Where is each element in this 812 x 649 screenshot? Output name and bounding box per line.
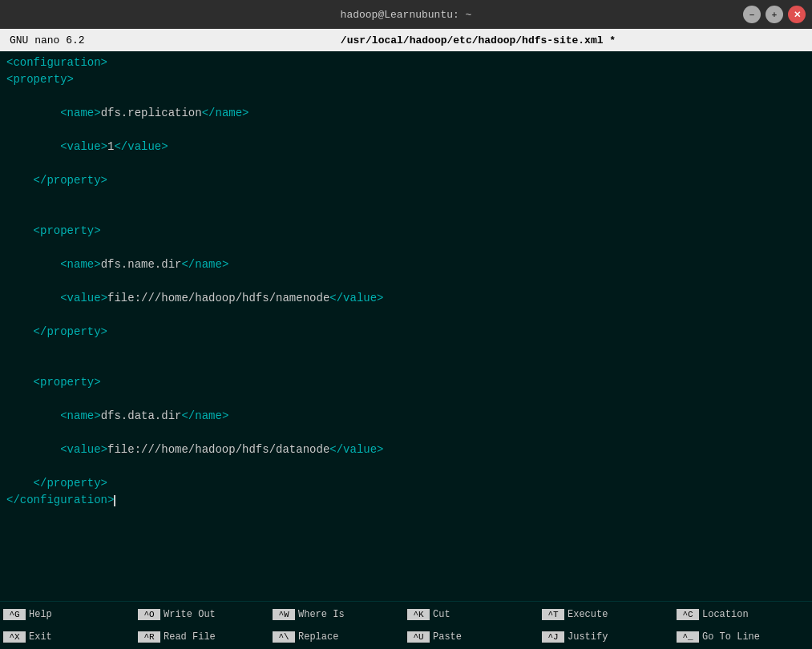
- line-10: [6, 206, 806, 223]
- shortcut-label-paste: Paste: [433, 631, 462, 643]
- nano-filename: /usr/local/hadoop/etc/hadoop/hdfs-site.x…: [154, 34, 802, 46]
- shortcut-label-justify: Justify: [568, 631, 608, 643]
- line-13: <name>dfs.name.dir</name>: [6, 256, 806, 273]
- line-26: </property>: [6, 475, 806, 492]
- editor-area[interactable]: <configuration> <property> <name>dfs.rep…: [0, 51, 812, 601]
- shortcut-execute[interactable]: ^T Execute: [539, 603, 673, 626]
- shortcut-label-replace: Replace: [298, 631, 338, 643]
- shortcut-key-paste: ^U: [407, 631, 430, 643]
- shortcut-label-execute: Execute: [568, 609, 608, 620]
- line-20: <property>: [6, 374, 806, 391]
- line-16: [6, 307, 806, 324]
- shortcuts-row-2: ^X Exit ^R Read File ^\ Replace ^U Paste…: [0, 626, 812, 648]
- shortcut-label-write-out: Write Out: [164, 609, 216, 620]
- minimize-button[interactable]: –: [743, 6, 761, 23]
- shortcut-key-cut: ^K: [407, 609, 430, 620]
- shortcut-goto-line[interactable]: ^_ Go To Line: [673, 626, 808, 648]
- line-25: [6, 458, 806, 475]
- line-7: [6, 155, 806, 172]
- line-11: <property>: [6, 223, 806, 240]
- nano-version: GNU nano 6.2: [10, 34, 154, 46]
- shortcut-key-write-out: ^O: [138, 609, 160, 620]
- shortcut-label-location: Location: [702, 609, 749, 620]
- line-4: <name>dfs.replication</name>: [6, 105, 806, 122]
- line-14: [6, 273, 806, 290]
- line-21: [6, 391, 806, 408]
- shortcut-key-read-file: ^R: [138, 631, 160, 643]
- shortcut-label-where-is: Where Is: [298, 609, 345, 620]
- shortcut-key-replace: ^\: [273, 631, 295, 643]
- line-24: <value>file:///home/hadoop/hdfs/datanode…: [6, 441, 806, 458]
- shortcut-cut[interactable]: ^K Cut: [404, 603, 539, 626]
- line-15: <value>file:///home/hadoop/hdfs/namenode…: [6, 290, 806, 307]
- shortcut-key-exit: ^X: [3, 631, 26, 643]
- shortcut-label-goto-line: Go To Line: [702, 631, 760, 643]
- shortcut-label-read-file: Read File: [164, 631, 216, 643]
- shortcut-key-justify: ^J: [542, 631, 564, 643]
- shortcut-replace[interactable]: ^\ Replace: [269, 626, 404, 648]
- maximize-button[interactable]: +: [766, 6, 783, 23]
- line-8: </property>: [6, 172, 806, 189]
- titlebar: hadoop@Learnubuntu: ~ – + ✕: [0, 0, 812, 29]
- shortcut-justify[interactable]: ^J Justify: [539, 626, 673, 648]
- line-22: <name>dfs.data.dir</name>: [6, 408, 806, 425]
- shortcut-label-help: Help: [29, 609, 52, 620]
- shortcut-read-file[interactable]: ^R Read File: [135, 626, 269, 648]
- shortcut-help[interactable]: ^G Help: [0, 603, 135, 626]
- shortcut-exit[interactable]: ^X Exit: [0, 626, 135, 648]
- line-2: <property>: [6, 71, 806, 88]
- shortcut-where-is[interactable]: ^W Where Is: [269, 603, 404, 626]
- shortcut-label-cut: Cut: [433, 609, 450, 620]
- shortcut-key-where-is: ^W: [273, 609, 295, 620]
- shortcut-key-help: ^G: [3, 609, 26, 620]
- nano-header: GNU nano 6.2 /usr/local/hadoop/etc/hadoo…: [0, 29, 812, 51]
- shortcut-key-goto-line: ^_: [677, 631, 699, 643]
- shortcut-label-exit: Exit: [29, 631, 52, 643]
- shortcut-key-execute: ^T: [542, 609, 564, 620]
- close-button[interactable]: ✕: [788, 6, 806, 23]
- shortcuts-bar: ^G Help ^O Write Out ^W Where Is ^K Cut …: [0, 601, 812, 649]
- line-19: [6, 357, 806, 374]
- shortcut-location[interactable]: ^C Location: [673, 603, 808, 626]
- line-9: [6, 189, 806, 206]
- titlebar-controls: – + ✕: [743, 6, 806, 23]
- line-18: [6, 341, 806, 357]
- shortcut-write-out[interactable]: ^O Write Out: [135, 603, 269, 626]
- shortcuts-row-1: ^G Help ^O Write Out ^W Where Is ^K Cut …: [0, 603, 812, 626]
- line-5: [6, 122, 806, 139]
- text-cursor: [114, 495, 115, 506]
- line-17: </property>: [6, 324, 806, 341]
- line-23: [6, 425, 806, 441]
- line-27: </configuration>: [6, 492, 806, 509]
- line-3: [6, 88, 806, 105]
- titlebar-title: hadoop@Learnubuntu: ~: [341, 9, 472, 21]
- shortcut-key-location: ^C: [677, 609, 699, 620]
- shortcut-paste[interactable]: ^U Paste: [404, 626, 539, 648]
- line-6: <value>1</value>: [6, 139, 806, 155]
- line-1: <configuration>: [6, 54, 806, 71]
- line-12: [6, 240, 806, 256]
